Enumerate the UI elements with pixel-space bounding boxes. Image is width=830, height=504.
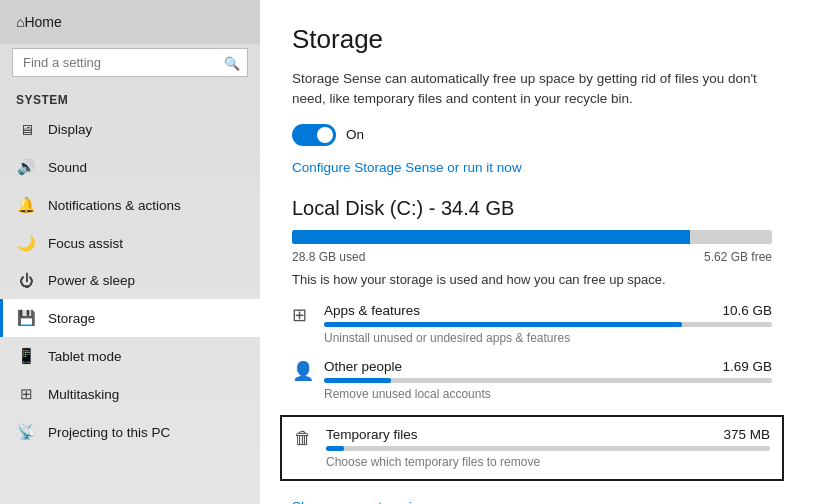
multitasking-icon: ⊞ [16,385,36,403]
other-people-bar-fill [324,378,391,383]
other-people-icon: 👤 [292,360,324,382]
other-people-sub: Remove unused local accounts [324,387,772,401]
search-icon: 🔍 [224,55,240,70]
show-more-categories-link[interactable]: Show more categories [292,499,426,505]
apps-sub: Uninstall unused or undesired apps & fea… [324,331,772,345]
sidebar-item-label: Storage [48,311,95,326]
apps-icon: ⊞ [292,304,324,326]
disk-stats: 28.8 GB used 5.62 GB free [292,250,772,264]
sidebar-home-label: Home [24,14,61,30]
sidebar-item-display[interactable]: 🖥 Display [0,111,260,148]
sidebar-item-label: Projecting to this PC [48,425,170,440]
temp-files-label: Temporary files [326,427,418,442]
sidebar-item-storage[interactable]: 💾 Storage [0,299,260,337]
apps-size: 10.6 GB [722,303,772,318]
temp-files-sub: Choose which temporary files to remove [326,455,770,469]
sidebar-item-focus-assist[interactable]: 🌙 Focus assist [0,224,260,262]
temp-files-bar-fill [326,446,344,451]
apps-bar [324,322,772,327]
other-people-size: 1.69 GB [722,359,772,374]
disk-used-label: 28.8 GB used [292,250,365,264]
storage-sense-description: Storage Sense can automatically free up … [292,69,772,110]
toggle-row: On [292,124,798,146]
page-title: Storage [292,24,798,55]
storage-item-temp-files[interactable]: 🗑 Temporary files 375 MB Choose which te… [280,415,784,481]
toggle-label: On [346,127,364,142]
disk-description: This is how your storage is used and how… [292,272,798,287]
sidebar-section-label: System [0,87,260,111]
main-content: Storage Storage Sense can automatically … [260,0,830,504]
sidebar-item-label: Notifications & actions [48,198,181,213]
storage-item-apps[interactable]: ⊞ Apps & features 10.6 GB Uninstall unus… [292,303,772,345]
apps-bar-fill [324,322,682,327]
storage-item-other-people[interactable]: 👤 Other people 1.69 GB Remove unused loc… [292,359,772,401]
home-icon: ⌂ [16,14,24,30]
sidebar-item-projecting[interactable]: 📡 Projecting to this PC [0,413,260,451]
disk-bar [292,230,772,244]
other-people-label: Other people [324,359,402,374]
temp-files-size: 375 MB [723,427,770,442]
apps-label: Apps & features [324,303,420,318]
sidebar-item-label: Focus assist [48,236,123,251]
sidebar-item-sound[interactable]: 🔊 Sound [0,148,260,186]
sidebar-item-power-sleep[interactable]: ⏻ Power & sleep [0,262,260,299]
sidebar-item-label: Power & sleep [48,273,135,288]
sidebar-item-label: Multitasking [48,387,119,402]
other-people-bar [324,378,772,383]
sidebar-item-multitasking[interactable]: ⊞ Multitasking [0,375,260,413]
sound-icon: 🔊 [16,158,36,176]
sidebar: ⌂ Home 🔍 System 🖥 Display 🔊 Sound 🔔 Noti… [0,0,260,504]
projecting-icon: 📡 [16,423,36,441]
sidebar-item-label: Display [48,122,92,137]
temp-files-bar [326,446,770,451]
search-input[interactable] [12,48,248,77]
sidebar-item-notifications[interactable]: 🔔 Notifications & actions [0,186,260,224]
display-icon: 🖥 [16,121,36,138]
search-container: 🔍 [12,48,248,77]
sidebar-item-label: Sound [48,160,87,175]
sidebar-item-tablet-mode[interactable]: 📱 Tablet mode [0,337,260,375]
tablet-mode-icon: 📱 [16,347,36,365]
sidebar-home-button[interactable]: ⌂ Home [0,0,260,44]
configure-link[interactable]: Configure Storage Sense or run it now [292,160,798,175]
sidebar-item-label: Tablet mode [48,349,122,364]
notifications-icon: 🔔 [16,196,36,214]
disk-bar-fill [292,230,690,244]
power-sleep-icon: ⏻ [16,272,36,289]
storage-sense-toggle[interactable] [292,124,336,146]
disk-title: Local Disk (C:) - 34.4 GB [292,197,798,220]
disk-free-label: 5.62 GB free [704,250,772,264]
focus-assist-icon: 🌙 [16,234,36,252]
temp-files-icon: 🗑 [294,428,326,449]
storage-icon: 💾 [16,309,36,327]
